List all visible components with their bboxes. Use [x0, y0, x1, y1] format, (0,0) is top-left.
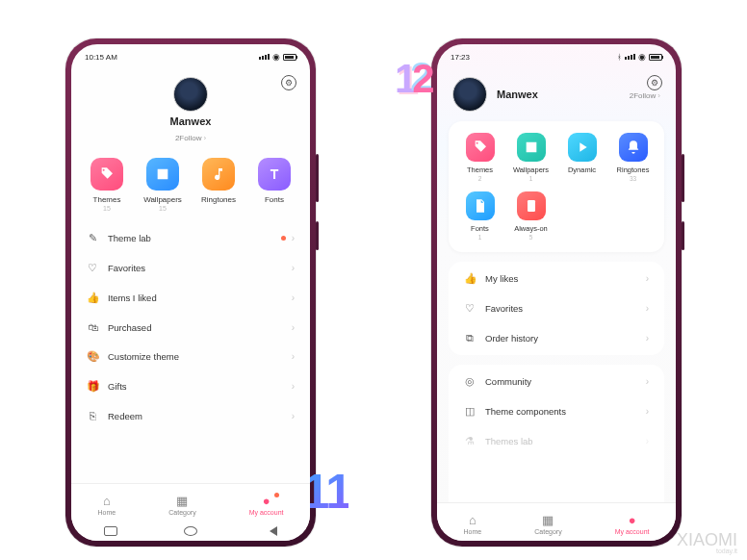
- row-themes-lab[interactable]: ⚗Themes lab›: [449, 426, 664, 456]
- username: Manwex: [497, 89, 620, 100]
- chevron-right-icon: ›: [292, 322, 295, 333]
- menu-list-primary: 👍My likes› ♡Favorites› ⧉Order history›: [449, 262, 664, 355]
- nav-category[interactable]: ▦Category: [534, 513, 561, 535]
- avatar[interactable]: [173, 77, 208, 112]
- settings-icon[interactable]: ⚙: [281, 75, 296, 90]
- phone-miui12: 12 17:23 ᚼ ◉ ⚙ Manwex 2Follow›: [431, 38, 682, 547]
- back-key[interactable]: [264, 526, 277, 536]
- signal-icon: [259, 54, 270, 60]
- row-items-liked[interactable]: 👍Items I liked›: [71, 283, 310, 313]
- chevron-right-icon: ›: [646, 303, 649, 314]
- chevron-right-icon: ›: [292, 351, 295, 362]
- bluetooth-icon: ᚼ: [617, 53, 622, 62]
- image-icon: [517, 133, 546, 162]
- history-icon: ⧉: [464, 332, 476, 344]
- file-icon: [466, 191, 495, 220]
- row-customize[interactable]: 🎨Customize theme›: [71, 342, 310, 371]
- tile-fonts[interactable]: T Fonts: [249, 158, 299, 212]
- tile-ringtones[interactable]: Ringtones33: [609, 133, 657, 182]
- screen-miui11: 10:15 AM ◉ ⚙ Manwex 2Follow› Themes: [71, 44, 310, 541]
- nav-category[interactable]: ▦Category: [168, 494, 195, 516]
- tile-wallpapers[interactable]: Wallpapers1: [507, 133, 554, 182]
- tile-fonts[interactable]: Fonts1: [456, 191, 503, 241]
- menu-list: ✎Theme lab› ♡Favorites› 👍Items I liked› …: [71, 221, 310, 483]
- row-favorites[interactable]: ♡Favorites›: [449, 293, 664, 323]
- image-icon: [146, 158, 179, 191]
- tag-icon: [466, 133, 495, 162]
- chevron-right-icon: ›: [646, 436, 649, 446]
- follow-count[interactable]: 2Follow›: [630, 91, 660, 100]
- recent-apps-key[interactable]: [104, 526, 117, 536]
- statusbar: 17:23 ᚼ ◉: [437, 44, 676, 65]
- chevron-right-icon: ›: [657, 91, 660, 100]
- comparison-stage: 11 10:15 AM ◉ ⚙ Manwex 2Follow›: [0, 0, 747, 547]
- statusbar: 10:15 AM ◉: [71, 44, 310, 65]
- font-icon: T: [258, 158, 291, 191]
- chevron-right-icon: ›: [646, 273, 649, 284]
- bell-icon: [619, 133, 648, 162]
- chevron-right-icon: ›: [292, 411, 295, 421]
- components-icon: ◫: [464, 405, 476, 418]
- settings-icon[interactable]: ⚙: [647, 75, 662, 90]
- row-redeem[interactable]: ⎘Redeem›: [71, 401, 310, 430]
- aod-icon: [517, 191, 546, 220]
- row-theme-lab[interactable]: ✎Theme lab›: [71, 223, 310, 253]
- nav-home[interactable]: ⌂Home: [98, 494, 116, 516]
- chevron-right-icon: ›: [292, 233, 295, 243]
- row-my-likes[interactable]: 👍My likes›: [449, 264, 664, 293]
- bottom-nav: ⌂Home ▦Category ●My account: [437, 502, 676, 541]
- category-tiles: Themes 15 Wallpapers 15 Ringtones T Font…: [71, 144, 310, 221]
- home-key[interactable]: [184, 526, 197, 536]
- chevron-right-icon: ›: [292, 293, 295, 303]
- nav-account[interactable]: ●My account: [249, 494, 284, 516]
- grid-icon: ▦: [534, 513, 561, 527]
- row-order-history[interactable]: ⧉Order history›: [449, 323, 664, 353]
- signal-icon: [625, 54, 635, 60]
- nav-account[interactable]: ●My account: [615, 513, 650, 535]
- redeem-icon: ⎘: [87, 410, 98, 421]
- person-icon: ●: [615, 513, 650, 527]
- wifi-icon: ◉: [638, 52, 646, 62]
- notification-dot-icon: [281, 236, 286, 241]
- community-icon: ◎: [464, 375, 476, 388]
- tile-always-on[interactable]: Always-on5: [507, 191, 554, 241]
- battery-icon: [283, 54, 296, 61]
- chevron-right-icon: ›: [646, 376, 649, 387]
- lab-icon: ⚗: [464, 435, 476, 447]
- wifi-icon: ◉: [272, 52, 280, 62]
- profile-block[interactable]: Manwex 2Follow›: [71, 65, 310, 144]
- tile-dynamic[interactable]: Dynamic: [558, 133, 605, 182]
- svg-rect-0: [528, 200, 535, 212]
- grid-icon: ▦: [168, 494, 195, 508]
- tile-themes[interactable]: Themes 15: [82, 158, 132, 212]
- tile-wallpapers[interactable]: Wallpapers 15: [138, 158, 188, 212]
- phone-miui11: 11 10:15 AM ◉ ⚙ Manwex 2Follow›: [65, 38, 316, 547]
- status-time: 10:15 AM: [85, 53, 117, 62]
- nav-home[interactable]: ⌂Home: [464, 513, 482, 535]
- gift-icon: 🎁: [87, 380, 98, 393]
- home-icon: ⌂: [98, 494, 116, 508]
- screen-miui12: 17:23 ᚼ ◉ ⚙ Manwex 2Follow› The: [437, 44, 676, 541]
- home-icon: ⌂: [464, 513, 482, 527]
- profile-block[interactable]: Manwex 2Follow›: [437, 65, 676, 112]
- chevron-right-icon: ›: [292, 381, 295, 392]
- row-community[interactable]: ◎Community›: [449, 367, 664, 396]
- bottom-nav: ⌂Home ▦Category ●My account: [71, 483, 310, 522]
- tile-ringtones[interactable]: Ringtones: [193, 158, 244, 212]
- row-theme-components[interactable]: ◫Theme components›: [449, 396, 664, 426]
- row-purchased[interactable]: 🛍Purchased›: [71, 313, 310, 342]
- follow-count[interactable]: 2Follow›: [175, 134, 206, 142]
- thumbs-up-icon: 👍: [464, 272, 476, 285]
- row-favorites[interactable]: ♡Favorites›: [71, 253, 310, 283]
- chevron-right-icon: ›: [646, 406, 649, 417]
- music-note-icon: [202, 158, 235, 191]
- avatar[interactable]: [452, 77, 487, 112]
- tile-themes[interactable]: Themes2: [456, 133, 503, 182]
- play-icon: [568, 133, 597, 162]
- chevron-right-icon: ›: [646, 333, 649, 344]
- android-softkeys: [71, 522, 310, 541]
- tag-icon: [90, 158, 123, 191]
- watermark: XIAOMI today.it: [677, 533, 737, 554]
- row-gifts[interactable]: 🎁Gifts›: [71, 371, 310, 401]
- chevron-right-icon: ›: [203, 134, 206, 142]
